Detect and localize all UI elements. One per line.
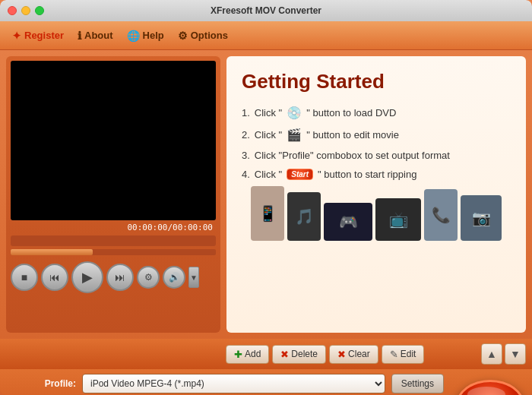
tv-device: 📺 xyxy=(375,198,421,241)
step-4: 4. Click " Start " button to start rippi… xyxy=(242,169,511,180)
help-icon: 🌐 xyxy=(127,30,140,42)
add-button[interactable]: ✚ Add xyxy=(226,345,269,364)
step-3: 3. Click "Profile" combobox to set outpu… xyxy=(242,150,511,161)
step-1: 1. Click " 💿 " button to load DVD xyxy=(242,106,511,120)
minimize-button[interactable] xyxy=(21,6,30,15)
forward-button[interactable]: ⏭ xyxy=(106,264,134,291)
help-button[interactable]: 🌐 Help xyxy=(122,27,169,44)
settings-small-button[interactable]: ⚙ xyxy=(137,266,160,289)
close-button[interactable] xyxy=(8,6,17,15)
getting-started-title: Getting Started xyxy=(242,70,511,93)
start-badge-icon: Start xyxy=(287,169,313,180)
device-images: 📱 🎵 🎮 📺 📞 📷 xyxy=(242,180,511,247)
register-icon: ✦ xyxy=(12,30,21,42)
app-title: XFreesoft MOV Converter xyxy=(211,5,321,16)
profile-label: Profile: xyxy=(8,378,76,389)
getting-started-content: Getting Started 1. Click " 💿 " button to… xyxy=(226,56,526,333)
about-button[interactable]: ℹ About xyxy=(73,27,118,44)
profile-select[interactable]: iPod Video MPEG-4 (*.mp4) xyxy=(82,374,385,393)
play-button[interactable]: ▶ xyxy=(71,261,103,293)
load-dvd-icon: 💿 xyxy=(287,106,302,120)
toolbar: ✦ Register ℹ About 🌐 Help ⚙ Options xyxy=(0,21,532,50)
settings-button[interactable]: Settings xyxy=(391,374,444,393)
bottom-bar: Profile: iPod Video MPEG-4 (*.mp4) Setti… xyxy=(0,369,532,395)
playback-controls: ■ ⏮ ▶ ⏭ ⚙ 🔊 ▼ xyxy=(11,261,216,293)
progress-bar[interactable] xyxy=(11,235,216,246)
volume-button[interactable]: 🔊 xyxy=(163,266,185,289)
main-area: 00:00:00/00:00:00 ■ ⏮ ▶ ⏭ ⚙ 🔊 ▼ Getting … xyxy=(0,50,532,339)
ipod-device: 🎵 xyxy=(287,192,321,241)
video-screen xyxy=(11,61,216,220)
clear-icon: ✖ xyxy=(337,349,346,360)
edit-button[interactable]: ✎ Edit xyxy=(382,345,425,364)
title-bar: XFreesoft MOV Converter xyxy=(0,0,532,21)
add-icon: ✚ xyxy=(234,349,242,360)
video-player-panel: 00:00:00/00:00:00 ■ ⏮ ▶ ⏭ ⚙ 🔊 ▼ xyxy=(6,56,220,333)
start-btn-shine xyxy=(467,387,505,395)
edit-icon: ✎ xyxy=(390,349,398,360)
step-2: 2. Click " 🎬 " button to edit movie xyxy=(242,128,511,142)
profile-row: Profile: iPod Video MPEG-4 (*.mp4) Setti… xyxy=(8,374,524,393)
getting-started-panel: Getting Started 1. Click " 💿 " button to… xyxy=(226,56,526,333)
up-button[interactable]: ▲ xyxy=(481,343,502,365)
window-controls[interactable] xyxy=(8,6,44,15)
up-down-controls: ▲ ▼ xyxy=(481,343,526,365)
steps-list: 1. Click " 💿 " button to load DVD 2. Cli… xyxy=(242,106,511,180)
options-icon: ⚙ xyxy=(178,30,188,42)
stop-button[interactable]: ■ xyxy=(11,264,38,291)
register-button[interactable]: ✦ Register xyxy=(8,27,68,44)
dropdown-arrow-button[interactable]: ▼ xyxy=(188,267,199,288)
psp-device: 🎮 xyxy=(324,203,372,241)
iphone-device: 📱 xyxy=(251,186,284,241)
phone-device: 📞 xyxy=(424,189,458,241)
edit-movie-icon: 🎬 xyxy=(287,128,302,142)
about-icon: ℹ xyxy=(78,30,81,42)
delete-icon: ✖ xyxy=(280,349,289,360)
action-bar: ✚ Add ✖ Delete ✖ Clear ✎ Edit ▲ ▼ xyxy=(0,339,532,369)
delete-button[interactable]: ✖ Delete xyxy=(272,345,326,364)
volume-bar[interactable] xyxy=(11,249,216,255)
clear-button[interactable]: ✖ Clear xyxy=(329,345,378,364)
camera-device: 📷 xyxy=(461,195,502,241)
options-button[interactable]: ⚙ Options xyxy=(173,27,233,44)
volume-fill xyxy=(11,249,93,255)
down-button[interactable]: ▼ xyxy=(505,343,526,365)
rewind-button[interactable]: ⏮ xyxy=(41,264,68,291)
maximize-button[interactable] xyxy=(35,6,44,15)
time-display: 00:00:00/00:00:00 xyxy=(11,220,216,234)
